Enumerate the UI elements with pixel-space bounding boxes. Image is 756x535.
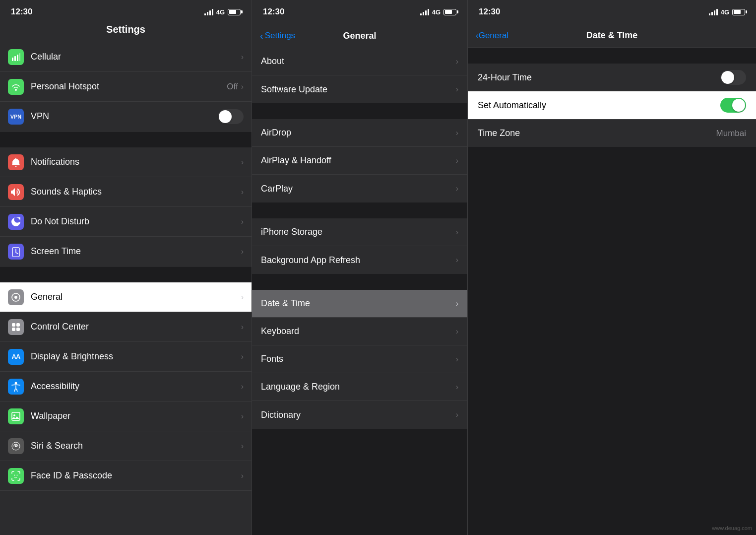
- network-label: 4G: [216, 8, 225, 16]
- general-item-bgrefresh[interactable]: Background App Refresh ›: [252, 246, 467, 274]
- general-section-2: AirDrop › AirPlay & Handoff › CarPlay ›: [252, 119, 467, 202]
- settings-item-display[interactable]: AA Display & Brightness ›: [0, 342, 252, 372]
- battery-icon-left: [228, 9, 241, 15]
- airdrop-label: AirDrop: [261, 128, 456, 138]
- time-left: 12:30: [11, 7, 32, 17]
- general-item-softwareupdate[interactable]: Software Update ›: [252, 75, 467, 103]
- hotspot-value: Off: [227, 82, 238, 92]
- dnd-icon: [8, 214, 24, 230]
- settings-title-bar: Settings: [0, 22, 252, 42]
- general-item-storage[interactable]: iPhone Storage ›: [252, 218, 467, 246]
- dictionary-label: Dictionary: [261, 410, 456, 420]
- section-gap-1: [0, 132, 252, 147]
- svg-point-7: [14, 296, 17, 299]
- status-bar-left: 12:30 4G: [0, 0, 252, 22]
- datetime-item-setauto: Set Automatically: [468, 91, 756, 119]
- accessibility-icon: [8, 379, 24, 395]
- svg-point-4: [15, 89, 17, 91]
- svg-rect-9: [16, 323, 20, 327]
- settings-item-screentime[interactable]: Screen Time ›: [0, 237, 252, 267]
- wallpaper-label: Wallpaper: [31, 411, 241, 421]
- setauto-toggle[interactable]: [720, 98, 746, 113]
- settings-item-wallpaper[interactable]: Wallpaper ›: [0, 401, 252, 431]
- settings-item-sounds[interactable]: Sounds & Haptics ›: [0, 177, 252, 207]
- status-icons-middle: 4G: [420, 8, 456, 16]
- storage-label: iPhone Storage: [261, 227, 456, 237]
- settings-item-vpn[interactable]: VPN VPN: [0, 102, 252, 132]
- datetime-timezone-section: Time Zone Mumbai: [468, 119, 756, 147]
- settings-item-general[interactable]: General ›: [0, 282, 252, 312]
- screentime-label: Screen Time: [31, 246, 241, 257]
- notifications-icon: [8, 154, 24, 170]
- cellular-label: Cellular: [31, 52, 241, 62]
- settings-item-hotspot[interactable]: Personal Hotspot Off ›: [0, 72, 252, 102]
- siri-label: Siri & Search: [31, 441, 241, 451]
- dnd-label: Do Not Disturb: [31, 216, 241, 227]
- general-item-language[interactable]: Language & Region ›: [252, 373, 467, 401]
- faceid-icon: [8, 468, 24, 484]
- vpn-label: VPN: [31, 111, 218, 122]
- carplay-label: CarPlay: [261, 184, 456, 194]
- screentime-icon: [8, 244, 24, 260]
- about-label: About: [261, 56, 456, 67]
- hotspot-icon: [8, 79, 24, 95]
- datetime-nav-title: Date & Time: [586, 30, 638, 41]
- svg-rect-2: [17, 55, 18, 61]
- timezone-label: Time Zone: [478, 128, 716, 138]
- sounds-icon: [8, 184, 24, 200]
- section-gap-2: [0, 267, 252, 282]
- accessibility-label: Accessibility: [31, 381, 241, 392]
- status-icons-right: 4G: [709, 8, 745, 16]
- signal-icon-right: [709, 8, 718, 15]
- general-item-fonts[interactable]: Fonts ›: [252, 345, 467, 373]
- general-back-button[interactable]: ‹ General: [476, 31, 508, 41]
- svg-rect-14: [12, 412, 20, 420]
- cellular-icon: [8, 49, 24, 65]
- vpn-icon: VPN: [8, 109, 24, 125]
- settings-item-faceid[interactable]: Face ID & Passcode ›: [0, 461, 252, 491]
- status-bar-middle: 12:30 4G: [252, 0, 467, 22]
- svg-point-12: [15, 382, 17, 384]
- network-label-middle: 4G: [432, 8, 441, 16]
- general-label: General: [31, 292, 241, 302]
- hotspot-label: Personal Hotspot: [31, 81, 227, 92]
- settings-item-cellular[interactable]: Cellular ›: [0, 42, 252, 72]
- general-item-airplay[interactable]: AirPlay & Handoff ›: [252, 147, 467, 175]
- settings-item-dnd[interactable]: Do Not Disturb ›: [0, 207, 252, 237]
- datetime-section: 24-Hour Time Set Automatically Time Zone…: [468, 48, 756, 147]
- datetime-setauto-section: Set Automatically: [468, 91, 756, 119]
- svg-rect-0: [12, 58, 13, 61]
- wallpaper-icon: [8, 408, 24, 424]
- svg-rect-1: [14, 56, 16, 61]
- 24hour-toggle[interactable]: [720, 70, 746, 85]
- general-item-airdrop[interactable]: AirDrop ›: [252, 119, 467, 147]
- keyboard-label: Keyboard: [261, 326, 456, 336]
- general-item-keyboard[interactable]: Keyboard ›: [252, 318, 467, 345]
- fonts-label: Fonts: [261, 354, 456, 364]
- setauto-label: Set Automatically: [478, 100, 720, 111]
- general-nav-bar: ‹ Settings General: [252, 22, 467, 48]
- status-bar-right: 12:30 4G: [468, 0, 756, 22]
- general-panel: 12:30 4G ‹ Settings General About: [252, 0, 468, 535]
- display-icon: AA: [8, 349, 24, 365]
- notifications-label: Notifications: [31, 157, 241, 167]
- settings-item-notifications[interactable]: Notifications ›: [0, 147, 252, 177]
- svg-point-16: [15, 445, 17, 447]
- general-section-3: iPhone Storage › Background App Refresh …: [252, 218, 467, 274]
- general-item-dictionary[interactable]: Dictionary ›: [252, 401, 467, 429]
- settings-list: Cellular › Personal Hotspot Off › VPN VP…: [0, 42, 252, 535]
- settings-back-button[interactable]: ‹ Settings: [260, 30, 295, 42]
- general-item-datetime[interactable]: Date & Time ›: [252, 290, 467, 318]
- general-item-carplay[interactable]: CarPlay ›: [252, 175, 467, 202]
- softwareupdate-label: Software Update: [261, 84, 456, 95]
- 24hour-label: 24-Hour Time: [478, 72, 720, 83]
- status-icons-left: 4G: [204, 8, 241, 16]
- settings-item-controlcenter[interactable]: Control Center ›: [0, 312, 252, 342]
- settings-item-accessibility[interactable]: Accessibility ›: [0, 372, 252, 401]
- vpn-toggle[interactable]: [218, 109, 244, 124]
- settings-item-siri[interactable]: Siri & Search ›: [0, 431, 252, 461]
- general-icon: [8, 289, 24, 305]
- bgrefresh-label: Background App Refresh: [261, 255, 456, 266]
- faceid-label: Face ID & Passcode: [31, 470, 241, 481]
- general-item-about[interactable]: About ›: [252, 48, 467, 75]
